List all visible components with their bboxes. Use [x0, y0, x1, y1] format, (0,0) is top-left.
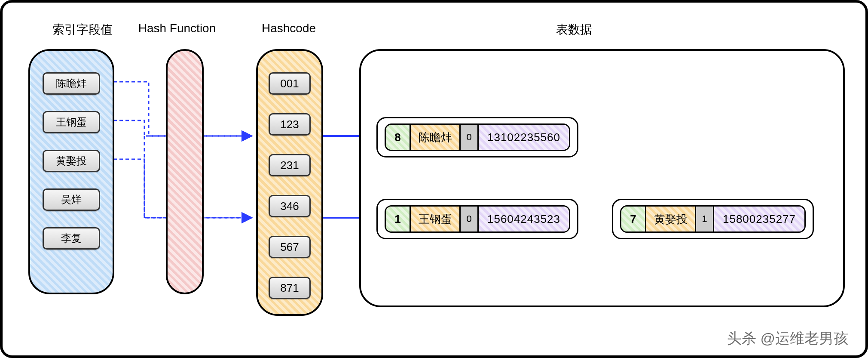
label-table-data: 表数据: [531, 22, 617, 38]
index-value-4: 李复: [43, 227, 100, 250]
diagram-frame: 索引字段值 Hash Function Hashcode 表数据 陈瞻炐 王钢蛋…: [0, 0, 868, 358]
index-value-1: 王钢蛋: [43, 111, 100, 133]
label-hashcode: Hashcode: [250, 22, 327, 35]
hashcode-3: 346: [269, 195, 311, 217]
watermark-text: 头杀 @运维老男孩: [727, 329, 848, 349]
row2-id: 7: [621, 207, 646, 231]
row2-flag: 1: [696, 207, 714, 231]
bucket-123-node: 8 陈瞻炐 0 13102235560: [376, 117, 578, 157]
hashcode-4: 567: [269, 236, 311, 258]
row1-name: 王钢蛋: [411, 207, 461, 231]
index-values-container: 陈瞻炐 王钢蛋 黄娶投 吴烊 李复: [28, 49, 114, 294]
row1-flag: 0: [461, 207, 479, 231]
label-index-column: 索引字段值: [44, 22, 121, 38]
index-value-0: 陈瞻炐: [43, 72, 100, 95]
row1-id: 1: [386, 207, 411, 231]
hashcode-0: 001: [269, 72, 311, 95]
row-record-1: 1 王钢蛋 0 15604243523: [385, 205, 570, 233]
hash-function-container: [166, 49, 204, 294]
row2-name: 黄娶投: [646, 207, 696, 231]
row0-name: 陈瞻炐: [411, 125, 461, 150]
hashcode-5: 871: [269, 277, 311, 299]
row-record-0: 8 陈瞻炐 0 13102235560: [385, 123, 570, 151]
hashcode-1: 123: [269, 113, 311, 136]
row0-phone: 13102235560: [479, 125, 569, 150]
hashcode-container: 001 123 231 346 567 871: [256, 49, 323, 316]
bucket-346-node-2: 7 黄娶投 1 15800235277: [612, 199, 814, 239]
row0-flag: 0: [461, 125, 479, 150]
row0-id: 8: [386, 125, 411, 150]
row-record-2: 7 黄娶投 1 15800235277: [620, 205, 806, 233]
label-hash-function: Hash Function: [130, 22, 224, 35]
row2-phone: 15800235277: [714, 207, 804, 231]
table-data-container: 8 陈瞻炐 0 13102235560 1 王钢蛋 0 15604243523 …: [359, 49, 845, 307]
bucket-346-node-1: 1 王钢蛋 0 15604243523: [376, 199, 578, 239]
index-value-2: 黄娶投: [43, 150, 100, 172]
row1-phone: 15604243523: [479, 207, 569, 231]
hashcode-2: 231: [269, 154, 311, 176]
index-value-3: 吴烊: [43, 188, 100, 211]
